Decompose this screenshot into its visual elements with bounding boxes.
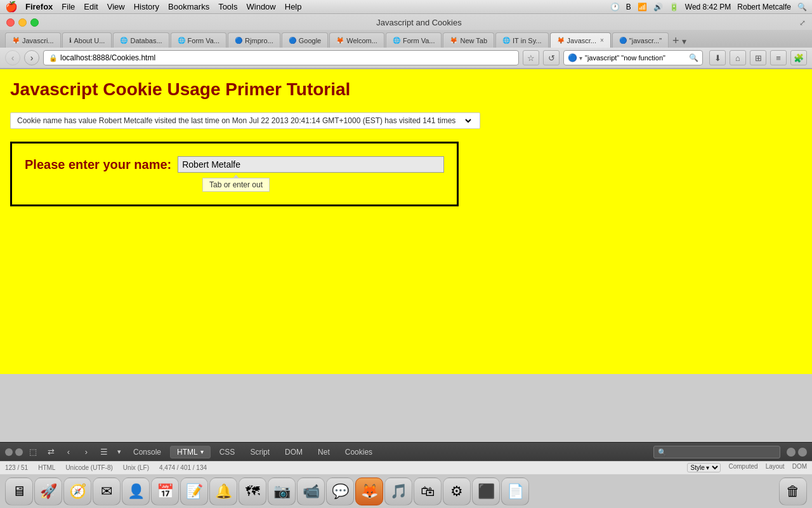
dev-inspect-button[interactable]: ⬚ bbox=[25, 445, 41, 459]
status-html-type: HTML bbox=[38, 464, 55, 471]
tab-3[interactable]: 🌐 Form Va... bbox=[171, 32, 227, 48]
tab-3-label: Form Va... bbox=[188, 37, 220, 44]
new-tab-button[interactable]: + bbox=[672, 34, 679, 48]
tab-1-icon: ℹ bbox=[69, 37, 72, 44]
download-button[interactable]: ⬇ bbox=[709, 50, 726, 65]
cookie-info-dropdown[interactable] bbox=[461, 116, 473, 126]
dev-tab-script[interactable]: Script bbox=[244, 446, 276, 458]
dev-tab-html[interactable]: HTML ▾ bbox=[170, 446, 211, 458]
tab-4[interactable]: 🔵 Rjmpro... bbox=[228, 32, 280, 48]
traffic-lights bbox=[6, 18, 39, 27]
status-line-endings: Unix (LF) bbox=[123, 464, 149, 471]
dev-tab-console[interactable]: Console bbox=[127, 446, 167, 458]
dev-tab-cookies[interactable]: Cookies bbox=[339, 446, 379, 458]
dev-arrows-button[interactable]: ⇄ bbox=[43, 445, 58, 459]
menu-help[interactable]: Help bbox=[285, 2, 302, 11]
url-input[interactable] bbox=[60, 53, 513, 62]
tab-7[interactable]: 🌐 Form Va... bbox=[386, 32, 442, 48]
menu-file[interactable]: File bbox=[62, 2, 75, 11]
dock-firefox[interactable]: 🦊 bbox=[355, 478, 383, 505]
search-bar[interactable]: 🔵 ▾ 🔍 bbox=[563, 50, 703, 65]
tab-5[interactable]: 🔵 Google bbox=[282, 32, 328, 48]
dock-contacts[interactable]: 👤 bbox=[122, 478, 150, 505]
dev-list-button[interactable]: ☰ bbox=[96, 445, 112, 459]
menu-history[interactable]: History bbox=[134, 2, 159, 11]
search-input[interactable] bbox=[585, 54, 686, 62]
dev-minimize-btn[interactable] bbox=[5, 448, 13, 456]
tabs-bar: 🦊 Javascri... ℹ About U... 🌐 Databas... … bbox=[0, 30, 812, 48]
menu-view[interactable]: View bbox=[107, 2, 125, 11]
menu-window[interactable]: Window bbox=[247, 2, 276, 11]
dock-itunes[interactable]: 🎵 bbox=[384, 478, 412, 505]
dock-reminders[interactable]: 🔔 bbox=[209, 478, 237, 505]
tab-6-icon: 🦊 bbox=[336, 37, 344, 44]
tab-6[interactable]: 🦊 Welcom... bbox=[329, 32, 384, 48]
search-submit-icon[interactable]: 🔍 bbox=[689, 53, 698, 62]
dock-safari[interactable]: 🧭 bbox=[63, 478, 91, 505]
dock-maps[interactable]: 🗺 bbox=[239, 478, 266, 505]
dock-trash[interactable]: 🗑 bbox=[779, 478, 807, 505]
back-button[interactable]: ‹ bbox=[5, 50, 20, 65]
dev-list-dropdown[interactable]: ▾ bbox=[114, 445, 124, 459]
battery-icon: 🔋 bbox=[669, 3, 679, 11]
menu-firefox[interactable]: Firefox bbox=[25, 2, 53, 11]
dev-search-input[interactable] bbox=[653, 446, 780, 458]
tabs-actions: + ▾ bbox=[672, 34, 686, 48]
name-input[interactable] bbox=[178, 156, 444, 173]
tab-9[interactable]: 🌐 IT in Sy... bbox=[495, 32, 548, 48]
dev-tab-dom[interactable]: DOM bbox=[278, 446, 309, 458]
dock-systemprefs[interactable]: ⚙ bbox=[443, 478, 471, 505]
menu-bookmarks[interactable]: Bookmarks bbox=[168, 2, 209, 11]
tab-0[interactable]: 🦊 Javascri... bbox=[5, 32, 61, 48]
dock-finder[interactable]: 🖥 bbox=[5, 478, 33, 505]
dock-mail[interactable]: ✉ bbox=[93, 478, 121, 505]
maximize-button[interactable] bbox=[30, 18, 39, 27]
more-button[interactable]: ≡ bbox=[770, 50, 787, 65]
dev-html-dropdown-icon[interactable]: ▾ bbox=[200, 448, 204, 455]
dom-tab[interactable]: DOM bbox=[792, 463, 807, 472]
dock-photos[interactable]: 📷 bbox=[268, 478, 296, 505]
close-button[interactable] bbox=[6, 18, 15, 27]
apple-menu-icon[interactable]: 🍎 bbox=[5, 1, 18, 13]
search-dropdown-icon[interactable]: ▾ bbox=[579, 55, 582, 62]
dock-notes[interactable]: 📝 bbox=[180, 478, 208, 505]
computed-tab[interactable]: Computed bbox=[728, 463, 757, 472]
dock-calendar[interactable]: 📅 bbox=[151, 478, 179, 505]
addons-button[interactable]: 🧩 bbox=[790, 50, 807, 65]
url-bar[interactable]: 🔒 bbox=[43, 50, 519, 65]
tab-11[interactable]: 🔵 "javascr..." bbox=[612, 32, 669, 48]
dock-appstore[interactable]: 🛍 bbox=[414, 478, 442, 505]
dev-close-btn[interactable] bbox=[15, 448, 23, 456]
bookmark-star-button[interactable]: ☆ bbox=[523, 50, 539, 65]
dev-expand-btn2[interactable] bbox=[798, 448, 807, 457]
tab-8[interactable]: 🦊 New Tab bbox=[443, 32, 494, 48]
menu-edit[interactable]: Edit bbox=[84, 2, 98, 11]
view-button[interactable]: ⊞ bbox=[750, 50, 766, 65]
dock-terminal[interactable]: ⬛ bbox=[472, 478, 500, 505]
tab-10[interactable]: 🦊 Javascr... × bbox=[550, 32, 611, 48]
resize-icon[interactable]: ⤢ bbox=[799, 18, 806, 27]
forward-button[interactable]: › bbox=[24, 50, 39, 65]
reload-button[interactable]: ↺ bbox=[543, 50, 560, 65]
dev-nav-forward[interactable]: › bbox=[79, 445, 94, 459]
home-button[interactable]: ⌂ bbox=[730, 50, 746, 65]
tab-10-close[interactable]: × bbox=[600, 37, 604, 44]
tab-1[interactable]: ℹ About U... bbox=[62, 32, 112, 48]
dev-nav-back[interactable]: ‹ bbox=[61, 445, 76, 459]
dock-facetime[interactable]: 📹 bbox=[297, 478, 325, 505]
dev-expand-btn1[interactable] bbox=[787, 448, 796, 457]
status-right: Style ▾ Computed Layout DOM bbox=[687, 463, 807, 472]
spotlight-icon[interactable]: 🔍 bbox=[797, 3, 807, 11]
menu-tools[interactable]: Tools bbox=[218, 2, 237, 11]
layout-tab[interactable]: Layout bbox=[766, 463, 785, 472]
clock-icon: 🕐 bbox=[610, 3, 620, 11]
minimize-button[interactable] bbox=[18, 18, 27, 27]
dock-launchpad[interactable]: 🚀 bbox=[34, 478, 62, 505]
style-dropdown[interactable]: Style ▾ bbox=[687, 463, 721, 472]
dock-textedit[interactable]: 📄 bbox=[501, 478, 529, 505]
dev-tab-css[interactable]: CSS bbox=[213, 446, 242, 458]
dock-messages[interactable]: 💬 bbox=[326, 478, 354, 505]
dev-tab-net[interactable]: Net bbox=[311, 446, 336, 458]
tabs-list-button[interactable]: ▾ bbox=[682, 36, 686, 46]
tab-2[interactable]: 🌐 Databas... bbox=[113, 32, 169, 48]
